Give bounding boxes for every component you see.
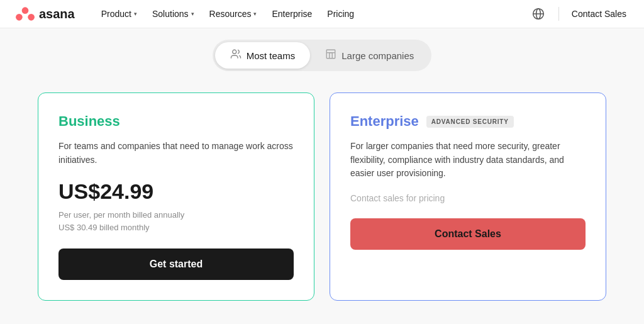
svg-rect-7 [326, 50, 335, 59]
enterprise-title: Enterprise [350, 113, 419, 130]
chevron-down-icon: ▾ [191, 11, 194, 17]
nav-contact-sales[interactable]: Contact Sales [569, 5, 629, 23]
chevron-down-icon: ▾ [134, 11, 137, 17]
business-title: Business [58, 113, 120, 130]
toggle-pill: Most teams Large companies [213, 40, 432, 71]
advanced-security-badge: ADVANCED SECURITY [426, 116, 514, 128]
logo[interactable]: asana [15, 5, 75, 23]
logo-text: asana [39, 7, 75, 21]
nav-item-enterprise[interactable]: Enterprise [265, 5, 318, 23]
business-card: Business For teams and companies that ne… [38, 92, 314, 301]
nav-divider [558, 7, 559, 21]
business-title-row: Business [58, 113, 294, 130]
svg-point-0 [22, 7, 29, 14]
globe-icon[interactable] [528, 4, 548, 24]
business-price: US$24.99 [58, 179, 294, 204]
enterprise-contact-sales-button[interactable]: Contact Sales [350, 218, 586, 250]
svg-point-6 [232, 50, 236, 53]
svg-point-2 [28, 14, 35, 21]
business-description: For teams and companies that need to man… [58, 140, 294, 167]
navbar: asana Product ▾ Solutions ▾ Resources ▾ … [0, 0, 644, 28]
nav-item-solutions[interactable]: Solutions ▾ [146, 5, 201, 23]
pricing-cards-section: Business For teams and companies that ne… [0, 80, 644, 301]
nav-links: Product ▾ Solutions ▾ Resources ▾ Enterp… [95, 5, 528, 23]
toggle-most-teams[interactable]: Most teams [215, 42, 311, 69]
enterprise-card: Enterprise ADVANCED SECURITY For larger … [330, 92, 606, 301]
business-get-started-button[interactable]: Get started [58, 249, 294, 280]
business-price-sub: Per user, per month billed annually US$ … [58, 209, 294, 233]
enterprise-description: For larger companies that need more secu… [350, 140, 586, 181]
nav-right: Contact Sales [528, 4, 629, 24]
toggle-large-companies[interactable]: Large companies [310, 42, 429, 69]
building-icon [325, 48, 336, 62]
chevron-down-icon: ▾ [253, 11, 257, 17]
plan-toggle-section: Most teams Large companies [0, 28, 644, 80]
nav-item-pricing[interactable]: Pricing [321, 5, 360, 23]
svg-point-1 [16, 14, 23, 21]
nav-item-product[interactable]: Product ▾ [95, 5, 143, 23]
enterprise-title-row: Enterprise ADVANCED SECURITY [350, 113, 586, 130]
nav-item-resources[interactable]: Resources ▾ [203, 5, 264, 23]
enterprise-contact-placeholder: Contact sales for pricing [350, 193, 586, 203]
people-icon [230, 48, 242, 62]
